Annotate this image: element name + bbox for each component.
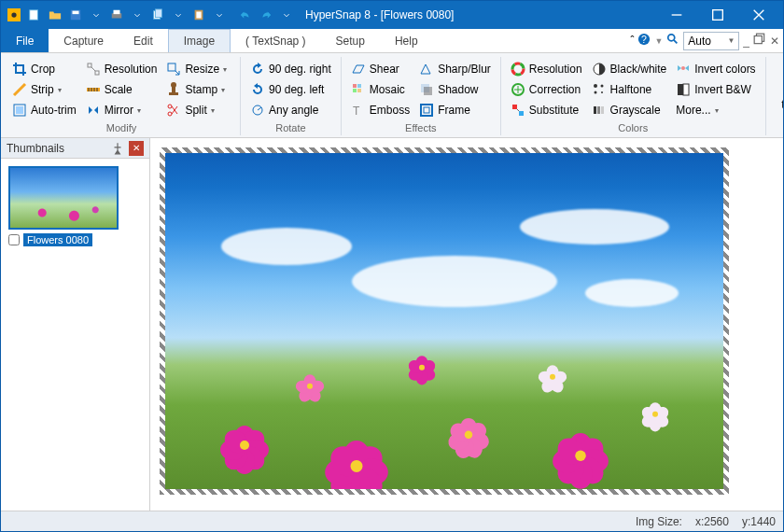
correction-button[interactable]: Correction (507, 79, 586, 100)
stamp-button[interactable]: Stamp▾ (162, 79, 234, 100)
svg-point-25 (171, 82, 176, 88)
usertools-button[interactable]: User tools ▾ (772, 59, 784, 115)
ribbon-collapse-icon[interactable]: ˆ (630, 35, 634, 48)
maximize-button[interactable] (697, 1, 738, 29)
redo-icon[interactable] (257, 6, 275, 24)
svg-rect-41 (512, 105, 517, 109)
resolution-button[interactable]: Resolution (82, 59, 161, 79)
thumbnail-label[interactable]: Flowers 0080 (23, 233, 92, 246)
print-dropdown-icon[interactable] (128, 6, 147, 24)
effects-group-label: Effects (347, 122, 495, 133)
paste-dropdown-icon[interactable] (210, 6, 229, 24)
qat-dropdown-icon[interactable] (277, 6, 296, 24)
split-button[interactable]: Split▾ (162, 100, 234, 120)
thumbnail-checkbox[interactable] (8, 234, 20, 245)
ribbon-group-usertools: User tools ▾ (766, 57, 784, 135)
pin-icon[interactable] (110, 141, 125, 156)
minimize-button[interactable] (656, 1, 697, 29)
thumbnails-body: Flowers 0080 (1, 159, 149, 511)
app-icon[interactable] (5, 6, 23, 24)
svg-rect-52 (678, 84, 683, 95)
menu-textsnap[interactable]: ( TextSnap ) (231, 29, 320, 52)
crop-button[interactable]: Crop (8, 59, 80, 79)
mdi-minimize-icon[interactable]: _ (743, 35, 749, 48)
saveas-dropdown-icon[interactable] (87, 6, 105, 24)
resize-button[interactable]: Resize▾ (162, 59, 234, 79)
thumbnails-close-button[interactable]: ✕ (129, 141, 144, 156)
emboss-button[interactable]: TEmboss (347, 100, 413, 120)
new-icon[interactable] (25, 6, 44, 24)
rotate-right-icon (250, 62, 265, 77)
invert-bw-icon (676, 82, 691, 97)
frame-icon (419, 103, 434, 118)
svg-rect-53 (683, 84, 689, 95)
angle-icon (250, 103, 265, 118)
scale-icon (86, 82, 101, 97)
paste-icon[interactable] (189, 6, 208, 24)
menu-help[interactable]: Help (380, 29, 433, 52)
menu-setup[interactable]: Setup (321, 29, 380, 52)
sharpblur-button[interactable]: Sharp/Blur (415, 59, 495, 79)
halftone-icon (592, 82, 607, 97)
autotrim-button[interactable]: Auto-trim (8, 100, 80, 120)
strip-button[interactable]: Strip▾ (8, 79, 80, 100)
resolution-icon (86, 62, 101, 77)
svg-rect-42 (519, 111, 524, 116)
menu-file[interactable]: File (1, 29, 49, 52)
thumbnails-panel: Thumbnails ✕ Flowers 0080 (1, 138, 150, 511)
shadow-button[interactable]: Shadow (415, 79, 495, 100)
save-icon[interactable] (66, 6, 85, 24)
mosaic-button[interactable]: Mosaic (347, 79, 413, 100)
blackwhite-button[interactable]: Black/white (588, 59, 671, 79)
svg-rect-35 (424, 87, 432, 95)
copy-dropdown-icon[interactable] (169, 6, 188, 24)
undo-icon[interactable] (236, 6, 255, 24)
more-colors-button[interactable]: More...▾ (672, 100, 759, 120)
svg-rect-11 (713, 10, 723, 21)
rotate-angle-button[interactable]: Any angle (246, 100, 335, 120)
thumbnail-image[interactable] (8, 166, 119, 230)
invert-bw-button[interactable]: Invert B&W (672, 79, 759, 100)
scale-button[interactable]: Scale (82, 79, 161, 100)
shear-icon (351, 62, 366, 77)
menu-capture[interactable]: Capture (49, 29, 119, 52)
rotate-left-button[interactable]: 90 deg. left (246, 79, 335, 100)
menu-edit[interactable]: Edit (119, 29, 168, 52)
open-icon[interactable] (46, 6, 64, 24)
mdi-close-icon[interactable]: ✕ (770, 35, 779, 48)
canvas-area (150, 138, 783, 511)
frame-button[interactable]: Frame (415, 100, 495, 120)
help-icon[interactable]: ? (637, 33, 651, 49)
svg-point-46 (594, 91, 596, 94)
color-resolution-button[interactable]: Resolution (507, 59, 586, 79)
svg-rect-6 (114, 10, 120, 14)
help-dropdown-icon[interactable]: ▼ (654, 36, 663, 46)
grayscale-icon (592, 103, 607, 118)
svg-rect-32 (357, 89, 361, 92)
mdi-restore-icon[interactable] (753, 33, 766, 49)
image-canvas[interactable] (165, 153, 723, 489)
halftone-button[interactable]: Halftone (588, 79, 671, 100)
svg-point-14 (668, 35, 675, 41)
copy-icon[interactable] (148, 6, 167, 24)
svg-point-44 (594, 84, 597, 88)
rotate-right-button[interactable]: 90 deg. right (246, 59, 335, 79)
search-icon[interactable] (666, 33, 679, 49)
sharpblur-icon (419, 62, 434, 77)
mirror-icon (86, 103, 101, 118)
svg-point-45 (600, 85, 603, 88)
shear-button[interactable]: Shear (347, 59, 413, 79)
substitute-button[interactable]: Substitute (507, 100, 586, 120)
thumbnails-title: Thumbnails (7, 142, 106, 155)
mirror-button[interactable]: Mirror▾ (82, 100, 161, 120)
zoom-combo[interactable]: Auto▼ (683, 32, 739, 50)
print-icon[interactable] (107, 6, 126, 24)
close-button[interactable] (738, 1, 779, 29)
invert-colors-button[interactable]: Invert colors (672, 59, 759, 79)
menu-image[interactable]: Image (168, 29, 231, 52)
svg-rect-10 (196, 12, 201, 19)
mosaic-icon (351, 82, 366, 97)
svg-rect-2 (30, 10, 38, 21)
grayscale-button[interactable]: Grayscale (588, 100, 671, 120)
svg-rect-22 (168, 63, 175, 71)
